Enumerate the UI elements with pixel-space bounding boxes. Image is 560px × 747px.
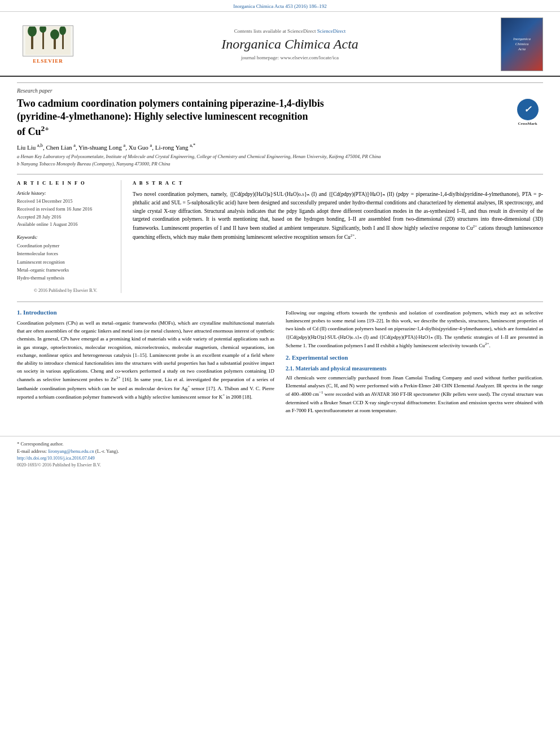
svg-point-6 — [50, 29, 59, 40]
keyword-1: Coordination polymer — [17, 242, 114, 250]
footer: * Corresponding author. E-mail address: … — [0, 436, 560, 472]
body-right-column: Following our ongoing efforts towards th… — [286, 309, 543, 419]
email-note: E-mail address: lironyang@henu.edu.cn (L… — [17, 448, 543, 454]
journal-issue-text: Inorganica Chimica Acta 453 (2016) 186–1… — [233, 3, 327, 9]
article-info-abstract: A R T I C L E I N F O Article history: R… — [17, 174, 543, 293]
article-info-panel: A R T I C L E I N F O Article history: R… — [17, 180, 121, 293]
journal-cover-thumbnail: InorganicaChimicaActa — [501, 18, 543, 71]
paper-title-text: Two cadmium coordination polymers contai… — [17, 98, 324, 137]
section2-title: 2. Experimental section — [286, 354, 543, 361]
keyword-4: Metal–organic frameworks — [17, 266, 114, 274]
abstract-heading: A B S T R A C T — [133, 180, 543, 186]
section1-text: Coordination polymers (CPs) as well as m… — [17, 319, 274, 401]
corresponding-note: * Corresponding author. — [17, 441, 543, 447]
elsevier-image — [23, 25, 73, 56]
elsevier-logo: ELSEVIER — [17, 25, 79, 64]
available-date: Available online 1 August 2016 — [17, 221, 114, 229]
keywords-heading: Keywords: — [17, 234, 114, 240]
page: Inorganica Chimica Acta 453 (2016) 186–1… — [0, 0, 560, 747]
abstract-text: Two novel coordination polymers, namely,… — [133, 190, 543, 242]
body-left-column: 1. Introduction Coordination polymers (C… — [17, 309, 274, 419]
keyword-5: Hydro-thermal synthesis — [17, 274, 114, 282]
journal-homepage: journal homepage: www.elsevier.com/locat… — [79, 55, 501, 60]
cover-journal-name: InorganicaChimicaActa — [513, 37, 531, 51]
section2-text: All chemicals were commercially purchase… — [286, 374, 543, 414]
article-info-heading: A R T I C L E I N F O — [17, 180, 114, 186]
paper-title: Two cadmium coordination polymers contai… — [17, 97, 543, 138]
journal-center: Contents lists available at ScienceDirec… — [79, 28, 501, 60]
body-content: 1. Introduction Coordination polymers (C… — [17, 302, 543, 419]
keywords-section: Keywords: Coordination polymer Intermole… — [17, 234, 114, 282]
affiliation-a: a Henan Key Laboratory of Polyoxometalat… — [17, 153, 543, 160]
crossmark-badge: ✓ CrossMark — [512, 97, 543, 128]
paper-type: Research paper — [17, 82, 543, 94]
doi-link[interactable]: http://dx.doi.org/10.1016/j.ica.2016.07.… — [17, 456, 543, 461]
sciencedirect-link: Contents lists available at ScienceDirec… — [79, 28, 501, 34]
received-date: Received 14 December 2015 — [17, 198, 114, 206]
journal-issue-bar: Inorganica Chimica Acta 453 (2016) 186–1… — [0, 0, 560, 12]
affiliations: a Henan Key Laboratory of Polyoxometalat… — [17, 153, 543, 168]
section1-right-text: Following our ongoing efforts towards th… — [286, 309, 543, 350]
history-heading: Article history: — [17, 190, 114, 196]
copyright-note: © 2016 Published by Elsevier B.V. — [17, 288, 114, 293]
authors: Liu Liu a,b, Chen Lian a, Yin-shuang Lon… — [17, 143, 543, 151]
accepted-date: Accepted 28 July 2016 — [17, 213, 114, 221]
footer-copyright: 0020-1693/© 2016 Published by Elsevier B… — [17, 462, 543, 468]
elsevier-name: ELSEVIER — [33, 58, 63, 64]
main-content: Research paper Two cadmium coordination … — [0, 77, 560, 430]
journal-title: Inorganica Chimica Acta — [79, 36, 501, 53]
revised-date: Received in revised form 16 June 2016 — [17, 206, 114, 213]
email-link[interactable]: lironyang@henu.edu.cn — [48, 448, 94, 454]
article-history: Article history: Received 14 December 20… — [17, 190, 114, 228]
section2-sub-title: 2.1. Materials and physical measurements — [286, 365, 543, 372]
keyword-3: Luminescent recognition — [17, 258, 114, 266]
journal-header: ELSEVIER Contents lists available at Sci… — [0, 12, 560, 77]
crossmark-icon: ✓ — [517, 99, 539, 120]
keyword-2: Intermolecular forces — [17, 250, 114, 257]
section1-title: 1. Introduction — [17, 309, 274, 316]
affiliation-b: b Nanyang Tobacco Monopoly Bureau (Compa… — [17, 160, 543, 168]
abstract-section: A B S T R A C T Two novel coordination p… — [133, 180, 543, 293]
crossmark-label: CrossMark — [518, 121, 537, 126]
sciencedirect-link-text[interactable]: ScienceDirect — [317, 28, 345, 34]
